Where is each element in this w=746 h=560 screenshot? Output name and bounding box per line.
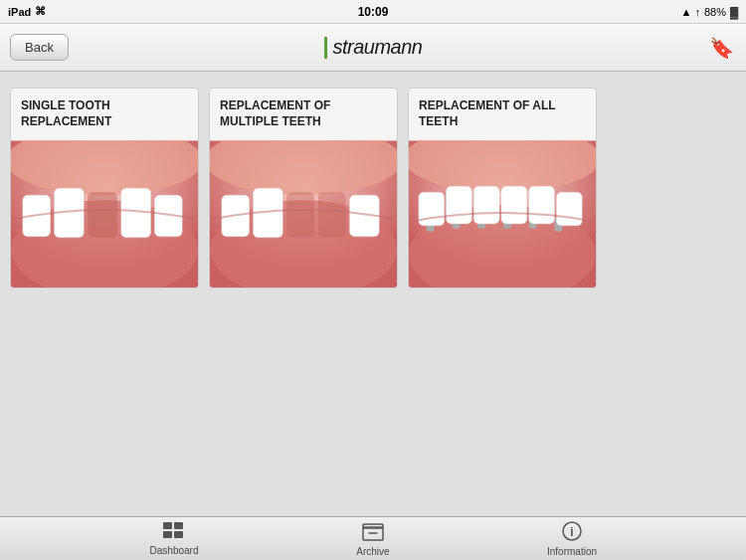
tab-dashboard[interactable]: Dashboard: [75, 518, 274, 560]
header: Back straumann 🔖: [0, 24, 746, 72]
svg-rect-31: [163, 522, 172, 529]
logo-accent-line: [324, 37, 327, 59]
wifi-icon: ⌘: [35, 5, 46, 18]
svg-rect-14: [318, 192, 346, 238]
card-all-teeth-image: [409, 140, 596, 287]
svg-rect-25: [419, 192, 445, 226]
card-single-tooth-image: [11, 140, 198, 287]
svg-rect-33: [163, 531, 172, 538]
svg-rect-34: [174, 531, 183, 538]
tab-bar: Dashboard Archive i Information: [0, 516, 746, 560]
tab-dashboard-label: Dashboard: [150, 545, 199, 556]
carrier-label: iPad: [8, 6, 31, 18]
status-bar: iPad ⌘ 10:09 ▲ ↑ 88% ▓: [0, 0, 746, 24]
card-multiple-teeth[interactable]: REPLACEMENT OF MULTIPLE TEETH: [209, 88, 398, 288]
svg-rect-13: [286, 192, 314, 238]
svg-rect-32: [174, 522, 183, 529]
card-single-tooth-title: SINGLE TOOTH REPLACEMENT: [11, 89, 198, 140]
archive-icon: [362, 521, 384, 544]
battery-label: 88%: [704, 6, 726, 18]
svg-rect-28: [501, 186, 527, 224]
dashboard-icon: [163, 522, 185, 543]
multiple-teeth-scene: [210, 140, 397, 287]
card-multiple-teeth-image: [210, 140, 397, 287]
status-right: ▲ ↑ 88% ▓: [680, 6, 738, 18]
back-button[interactable]: Back: [10, 34, 69, 61]
card-multiple-teeth-title: REPLACEMENT OF MULTIPLE TEETH: [210, 89, 397, 140]
main-content: SINGLE TOOTH REPLACEMENT: [0, 72, 746, 516]
logo-area: straumann: [324, 36, 423, 59]
status-left: iPad ⌘: [8, 5, 46, 18]
card-all-teeth-title: REPLACEMENT OF ALL TEETH: [409, 89, 596, 140]
bookmark-icon[interactable]: 🔖: [709, 36, 734, 60]
card-single-tooth[interactable]: SINGLE TOOTH REPLACEMENT: [10, 88, 199, 288]
single-tooth-scene: [11, 140, 198, 287]
information-icon: i: [562, 521, 582, 544]
svg-rect-26: [447, 186, 472, 224]
svg-rect-27: [473, 186, 499, 224]
signal-indicator: ▲ ↑: [680, 6, 699, 18]
battery-icon: ▓: [730, 6, 738, 18]
svg-text:i: i: [570, 525, 573, 539]
tab-archive[interactable]: Archive: [274, 517, 472, 561]
svg-rect-36: [363, 524, 383, 528]
card-all-teeth[interactable]: REPLACEMENT OF ALL TEETH: [408, 88, 597, 288]
svg-rect-5: [88, 192, 117, 238]
tab-information[interactable]: i Information: [472, 517, 671, 561]
svg-rect-29: [529, 186, 555, 224]
status-time: 10:09: [358, 5, 389, 19]
svg-rect-30: [556, 192, 582, 226]
tab-information-label: Information: [547, 546, 597, 557]
tab-archive-label: Archive: [356, 546, 389, 557]
logo-text: straumann: [333, 36, 423, 59]
all-teeth-scene: [409, 140, 596, 287]
